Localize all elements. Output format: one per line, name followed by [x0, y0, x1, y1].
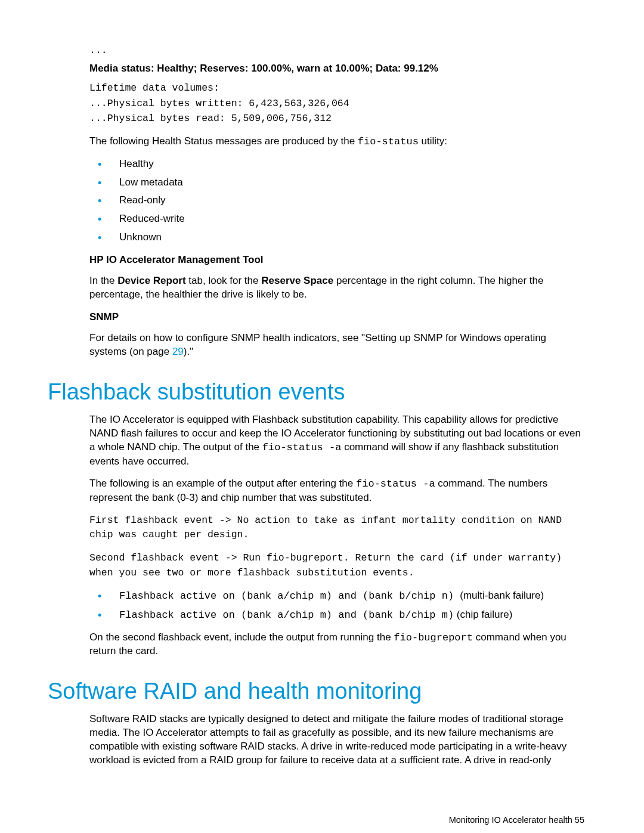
text-bold: Reserve Space — [261, 275, 333, 286]
lifetime-volumes-line: Lifetime data volumes: — [89, 80, 584, 96]
flashback-p1: The IO Accelerator is equipped with Flas… — [89, 413, 584, 469]
page-footer: Monitoring IO Accelerator health 55 — [48, 815, 584, 825]
media-status-line: Media status: Healthy; Reserves: 100.00%… — [89, 62, 584, 76]
flashback-code-block-1: First flashback event -> No action to ta… — [89, 513, 584, 543]
top-block: ... Media status: Healthy; Reserves: 100… — [89, 45, 584, 359]
flashback-p2: The following is an example of the outpu… — [89, 477, 584, 505]
status-intro-post: utility: — [419, 135, 447, 147]
list-item: Unknown — [89, 231, 584, 244]
status-intro-paragraph: The following Health Status messages are… — [89, 135, 584, 149]
text-span: In the — [89, 275, 117, 286]
text-span: tab, look for the — [186, 275, 262, 286]
page-link[interactable]: 29 — [172, 346, 184, 357]
list-item: Low metadata — [89, 176, 584, 190]
raid-section-title: Software RAID and health monitoring — [48, 679, 584, 704]
mgmt-tool-paragraph: In the Device Report tab, look for the R… — [89, 274, 584, 302]
code-span: Flashback active on (bank a/chip m) and … — [119, 590, 460, 602]
list-item: Healthy — [89, 157, 584, 171]
snmp-heading: SNMP — [89, 311, 584, 323]
raid-content: Software RAID stacks are typically desig… — [89, 713, 584, 767]
list-item: Read-only — [89, 194, 584, 208]
ellipsis-text: ... — [89, 45, 584, 56]
flashback-p3: On the second flashback event, include t… — [89, 631, 584, 659]
code-span: Flashback active on (bank a/chip m) and … — [119, 609, 454, 621]
text-span: The following is an example of the outpu… — [89, 478, 356, 489]
flashback-content: The IO Accelerator is equipped with Flas… — [89, 413, 584, 658]
text-span: (chip failure) — [454, 609, 512, 620]
snmp-paragraph: For details on how to configure SNMP hea… — [89, 332, 584, 359]
text-span: On the second flashback event, include t… — [89, 631, 394, 643]
text-span: )." — [184, 346, 193, 357]
text-span: (multi-bank failure) — [460, 590, 544, 601]
health-status-list: Healthy Low metadata Read-only Reduced-w… — [89, 157, 584, 245]
list-item: Flashback active on (bank a/chip m) and … — [89, 589, 584, 603]
flashback-section-title: Flashback substitution events — [48, 379, 584, 405]
flashback-code-block-2: Second flashback event -> Run fio-bugrep… — [89, 551, 584, 581]
status-intro-pre: The following Health Status messages are… — [89, 135, 358, 147]
status-intro-code: fio-status — [358, 136, 419, 147]
raid-p1: Software RAID stacks are typically desig… — [89, 713, 584, 767]
code-span: fio-status -a — [262, 442, 342, 453]
bytes-read-line: ...Physical bytes read: 5,509,006,756,31… — [89, 111, 584, 126]
bytes-written-line: ...Physical bytes written: 6,423,563,326… — [89, 96, 584, 112]
text-bold: Device Report — [117, 275, 185, 286]
document-page: ... Media status: Healthy; Reserves: 100… — [0, 0, 644, 833]
code-span: fio-bugreport — [394, 632, 473, 643]
list-item: Reduced-write — [89, 212, 584, 226]
mgmt-tool-heading: HP IO Accelerator Management Tool — [89, 254, 584, 266]
code-span: fio-status -a — [356, 478, 435, 490]
list-item: Flashback active on (bank a/chip m) and … — [89, 608, 584, 623]
text-span: For details on how to configure SNMP hea… — [89, 332, 546, 357]
flashback-failure-list: Flashback active on (bank a/chip m) and … — [89, 589, 584, 623]
